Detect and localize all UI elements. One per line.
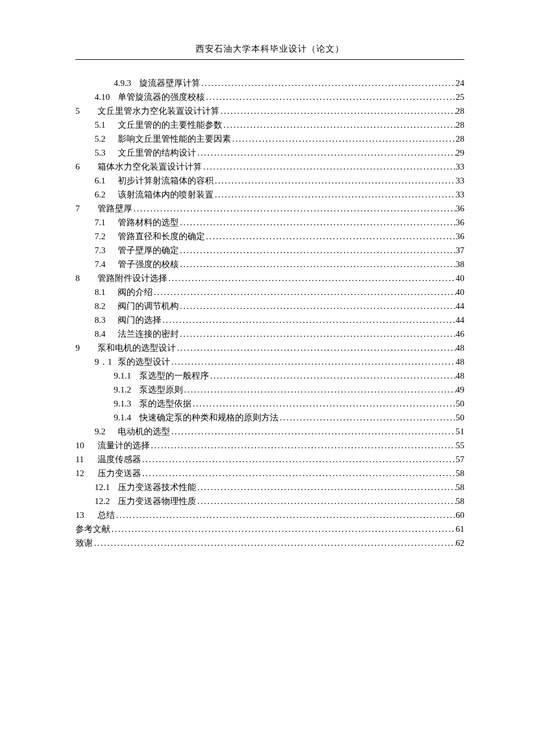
toc-entry-title: 单管旋流器的强度校核 bbox=[118, 92, 205, 102]
toc-entry-label: 8.1阀的介绍 bbox=[95, 285, 153, 299]
toc-entry-title: 压力变送器技术性能 bbox=[118, 483, 196, 492]
toc-entry: 12.2压力变送器物理性质58 bbox=[75, 494, 464, 508]
toc-entry-title: 影响文丘里管性能的主要因素 bbox=[118, 134, 231, 143]
toc-entry-label: 8管路附件设计选择 bbox=[75, 271, 167, 285]
toc-entry-label: 9.2电动机的选型 bbox=[95, 424, 170, 438]
toc-entry-label: 9.1.1泵选型的一般程序 bbox=[114, 369, 209, 383]
toc-entry-title: 总结 bbox=[98, 510, 115, 520]
toc-entry-page: 55 bbox=[456, 438, 464, 452]
toc-entry-page: 25 bbox=[456, 90, 464, 104]
toc-entry: 10流量计的选择55 bbox=[75, 438, 464, 452]
toc-entry: 5.3文丘里管的结构设计29 bbox=[75, 146, 464, 160]
toc-entry-label: 5.2影响文丘里管性能的主要因素 bbox=[95, 132, 231, 146]
toc-entry-title: 管路材料的选型 bbox=[118, 218, 179, 227]
toc-entry-number: 7.4 bbox=[95, 257, 112, 271]
toc-leader-dots bbox=[200, 76, 456, 90]
toc-leader-dots bbox=[183, 383, 456, 397]
toc-leader-dots bbox=[219, 104, 456, 118]
toc-entry: 4.10单管旋流器的强度校核25 bbox=[75, 90, 464, 104]
toc-entry: 5.1文丘里管的的主要性能参数28 bbox=[75, 118, 464, 132]
toc-entry-title: 阀门的选择 bbox=[118, 315, 161, 325]
toc-entry: 参考文献61 bbox=[75, 522, 464, 536]
toc-entry-title: 箱体水力空化装置设计计算 bbox=[98, 162, 202, 171]
toc-entry-page: 61 bbox=[456, 522, 464, 536]
toc-entry-title: 管路附件设计选择 bbox=[98, 273, 167, 283]
toc-entry: 6.2该射流箱体内的喷射装置33 bbox=[75, 188, 464, 201]
toc-entry-title: 管子壁厚的确定 bbox=[118, 246, 179, 255]
toc-leader-dots bbox=[132, 201, 456, 215]
toc-leader-dots bbox=[222, 118, 456, 132]
toc-entry-title: 温度传感器 bbox=[98, 455, 141, 464]
toc-leader-dots bbox=[141, 466, 456, 480]
toc-leader-dots bbox=[279, 411, 456, 424]
toc-leader-dots bbox=[231, 132, 456, 146]
toc-entry-title: 阀的介绍 bbox=[118, 287, 153, 297]
toc-entry-label: 7.4管子强度的校核 bbox=[95, 257, 179, 271]
toc-entry: 9.1.4快速确定泵的种类和规格的原则方法50 bbox=[75, 411, 464, 424]
toc-entry: 12.1压力变送器技术性能58 bbox=[75, 480, 464, 494]
toc-entry-page: 50 bbox=[456, 411, 464, 424]
toc-leader-dots bbox=[176, 341, 456, 355]
toc-entry-number: 8.2 bbox=[95, 299, 112, 313]
toc-entry-page: 62 bbox=[456, 536, 464, 550]
toc-leader-dots bbox=[153, 285, 456, 299]
toc-entry-label: 7.3管子壁厚的确定 bbox=[95, 243, 179, 257]
toc-leader-dots bbox=[202, 160, 456, 174]
toc-entry: 7.2管路直径和长度的确定36 bbox=[75, 229, 464, 243]
toc-entry-page: 36 bbox=[456, 215, 464, 229]
toc-entry-title: 泵的选型依据 bbox=[139, 399, 192, 408]
toc-leader-dots bbox=[170, 424, 456, 438]
toc-entry-title: 快速确定泵的种类和规格的原则方法 bbox=[139, 413, 279, 422]
toc-entry: 8.2阀门的调节机构44 bbox=[75, 299, 464, 313]
toc-entry-page: 57 bbox=[456, 452, 464, 466]
toc-entry: 9泵和电机的选型设计48 bbox=[75, 341, 464, 355]
toc-entry-page: 28 bbox=[456, 118, 464, 132]
toc-entry-label: 6箱体水力空化装置设计计算 bbox=[75, 160, 202, 174]
toc-entry-number: 7.1 bbox=[95, 215, 112, 229]
toc-entry: 7.1管路材料的选型36 bbox=[75, 215, 464, 229]
toc-entry-page: 40 bbox=[456, 271, 464, 285]
toc-entry-label: 7管路壁厚 bbox=[75, 201, 132, 215]
toc-leader-dots bbox=[209, 369, 456, 383]
toc-entry: 12压力变送器58 bbox=[75, 466, 464, 480]
toc-entry-title: 压力变送器物理性质 bbox=[118, 496, 196, 506]
toc-entry-label: 12.2压力变送器物理性质 bbox=[95, 494, 196, 508]
toc-entry-label: 6.1初步计算射流箱体的容积 bbox=[95, 174, 214, 188]
toc-entry-page: 49 bbox=[456, 383, 464, 397]
toc-entry-label: 11温度传感器 bbox=[75, 452, 141, 466]
toc-entry: 7管路壁厚36 bbox=[75, 201, 464, 215]
toc-entry: 9．1泵的选型设计48 bbox=[75, 355, 464, 369]
toc-entry-number: 6.1 bbox=[95, 174, 112, 188]
toc-entry-number: 9．1 bbox=[95, 355, 112, 369]
toc-entry: 8.3阀门的选择44 bbox=[75, 313, 464, 327]
toc-leader-dots bbox=[205, 229, 456, 243]
toc-entry-number: 9.1.4 bbox=[114, 411, 131, 424]
toc-entry: 9.1.3泵的选型依据50 bbox=[75, 397, 464, 411]
toc-entry-page: 50 bbox=[456, 397, 464, 411]
toc-entry: 13总结60 bbox=[75, 508, 464, 522]
toc-leader-dots bbox=[196, 480, 456, 494]
toc-entry-number: 12 bbox=[75, 466, 89, 480]
toc-entry-title: 压力变送器 bbox=[98, 469, 141, 478]
toc-leader-dots bbox=[110, 522, 456, 536]
toc-entry-number: 9.1.1 bbox=[114, 369, 131, 383]
toc-leader-dots bbox=[161, 313, 456, 327]
toc-entry-label: 5.1文丘里管的的主要性能参数 bbox=[95, 118, 222, 132]
toc-entry-title: 初步计算射流箱体的容积 bbox=[118, 176, 214, 185]
toc-entry-page: 46 bbox=[456, 327, 464, 341]
toc-entry-label: 4.10单管旋流器的强度校核 bbox=[95, 90, 205, 104]
toc-entry-label: 9.1.4快速确定泵的种类和规格的原则方法 bbox=[114, 411, 279, 424]
toc-leader-dots bbox=[214, 188, 456, 201]
toc-entry-label: 4.9.3旋流器壁厚计算 bbox=[114, 76, 200, 90]
toc-entry-title: 管子强度的校核 bbox=[118, 260, 179, 269]
toc-entry: 6.1初步计算射流箱体的容积33 bbox=[75, 174, 464, 188]
toc-leader-dots bbox=[93, 536, 456, 550]
toc-entry-title: 致谢 bbox=[75, 538, 93, 548]
toc-leader-dots bbox=[170, 355, 456, 369]
toc-entry-page: 36 bbox=[456, 201, 464, 215]
toc-entry-title: 管路壁厚 bbox=[98, 204, 132, 213]
toc-entry-page: 51 bbox=[456, 424, 464, 438]
toc-leader-dots bbox=[179, 243, 456, 257]
toc-entry-page: 48 bbox=[456, 355, 464, 369]
toc-entry-page: 38 bbox=[456, 257, 464, 271]
